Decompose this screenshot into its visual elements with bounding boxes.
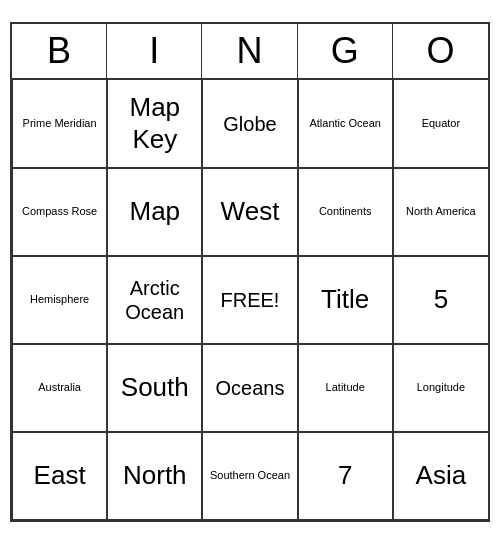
bingo-cell[interactable]: Title bbox=[298, 256, 393, 344]
bingo-card: BINGO Prime MeridianMap KeyGlobeAtlantic… bbox=[10, 22, 490, 522]
bingo-grid: Prime MeridianMap KeyGlobeAtlantic Ocean… bbox=[12, 80, 488, 520]
bingo-cell[interactable]: Map Key bbox=[107, 80, 202, 168]
header-letter: I bbox=[107, 24, 202, 78]
bingo-cell[interactable]: Southern Ocean bbox=[202, 432, 297, 520]
bingo-cell[interactable]: 7 bbox=[298, 432, 393, 520]
bingo-cell[interactable]: Oceans bbox=[202, 344, 297, 432]
bingo-cell[interactable]: Continents bbox=[298, 168, 393, 256]
bingo-cell[interactable]: South bbox=[107, 344, 202, 432]
bingo-cell[interactable]: Australia bbox=[12, 344, 107, 432]
bingo-cell[interactable]: Arctic Ocean bbox=[107, 256, 202, 344]
header-letter: B bbox=[12, 24, 107, 78]
bingo-cell[interactable]: East bbox=[12, 432, 107, 520]
bingo-cell[interactable]: Longitude bbox=[393, 344, 488, 432]
bingo-cell[interactable]: North bbox=[107, 432, 202, 520]
bingo-cell[interactable]: Hemisphere bbox=[12, 256, 107, 344]
bingo-cell[interactable]: Globe bbox=[202, 80, 297, 168]
bingo-cell[interactable]: Prime Meridian bbox=[12, 80, 107, 168]
header-letter: O bbox=[393, 24, 488, 78]
bingo-cell[interactable]: Map bbox=[107, 168, 202, 256]
bingo-cell[interactable]: Latitude bbox=[298, 344, 393, 432]
bingo-header: BINGO bbox=[12, 24, 488, 80]
header-letter: G bbox=[298, 24, 393, 78]
bingo-cell[interactable]: 5 bbox=[393, 256, 488, 344]
bingo-cell[interactable]: FREE! bbox=[202, 256, 297, 344]
bingo-cell[interactable]: West bbox=[202, 168, 297, 256]
bingo-cell[interactable]: Asia bbox=[393, 432, 488, 520]
bingo-cell[interactable]: Compass Rose bbox=[12, 168, 107, 256]
bingo-cell[interactable]: North America bbox=[393, 168, 488, 256]
header-letter: N bbox=[202, 24, 297, 78]
bingo-cell[interactable]: Equator bbox=[393, 80, 488, 168]
bingo-cell[interactable]: Atlantic Ocean bbox=[298, 80, 393, 168]
